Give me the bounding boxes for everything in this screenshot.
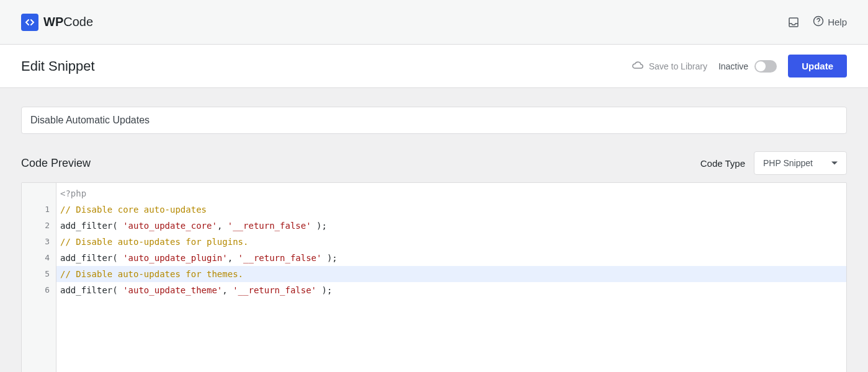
update-button[interactable]: Update <box>788 55 847 78</box>
code-type-label: Code Type <box>700 158 745 169</box>
status-group: Inactive <box>718 60 777 73</box>
cloud-icon <box>632 60 644 72</box>
code-line: add_filter( 'auto_update_plugin', '__ret… <box>56 250 846 266</box>
subheader: Edit Snippet Save to Library Inactive Up… <box>0 45 868 88</box>
line-number: 1 <box>22 202 56 218</box>
code-type-value: PHP Snippet <box>763 158 813 168</box>
code-preview-heading: Code Preview <box>21 157 91 170</box>
line-number: 6 <box>22 282 56 298</box>
preview-header: Code Preview Code Type PHP Snippet <box>21 151 847 175</box>
code-line: // Disable auto-updates for themes. <box>56 266 846 282</box>
logo[interactable]: WPCode <box>21 14 93 31</box>
page-title: Edit Snippet <box>21 58 95 74</box>
code-line: <?php <box>56 185 846 202</box>
save-to-library-button[interactable]: Save to Library <box>632 60 707 72</box>
code-line: // Disable auto-updates for plugins. <box>56 234 846 250</box>
code-line: // Disable core auto-updates <box>56 202 846 218</box>
code-type-select[interactable]: PHP Snippet <box>754 151 847 175</box>
code-line: add_filter( 'auto_update_core', '__retur… <box>56 218 846 234</box>
help-link[interactable]: Help <box>813 16 847 29</box>
line-number: 3 <box>22 234 56 250</box>
code-editor[interactable]: 1 2 3 4 5 6 <?php // Disable core auto-u… <box>21 182 847 372</box>
code-area[interactable]: <?php // Disable core auto-updates add_f… <box>56 183 846 372</box>
code-line: add_filter( 'auto_update_theme', '__retu… <box>56 282 846 298</box>
logo-icon <box>21 14 38 31</box>
svg-point-2 <box>818 23 819 24</box>
line-number: 5 <box>22 266 56 282</box>
gutter: 1 2 3 4 5 6 <box>22 183 56 372</box>
svg-rect-0 <box>789 18 798 27</box>
help-label: Help <box>828 17 847 27</box>
line-number: 2 <box>22 218 56 234</box>
logo-text: WPCode <box>43 15 93 29</box>
inbox-icon[interactable] <box>788 17 799 28</box>
snippet-title-input[interactable] <box>21 107 847 134</box>
content: Code Preview Code Type PHP Snippet 1 2 3… <box>0 88 868 372</box>
top-header: WPCode Help <box>0 0 868 45</box>
line-number: 4 <box>22 250 56 266</box>
help-icon <box>813 16 824 29</box>
status-label: Inactive <box>718 61 748 71</box>
chevron-down-icon <box>831 162 838 165</box>
active-toggle[interactable] <box>754 60 777 73</box>
save-to-library-label: Save to Library <box>649 61 707 71</box>
